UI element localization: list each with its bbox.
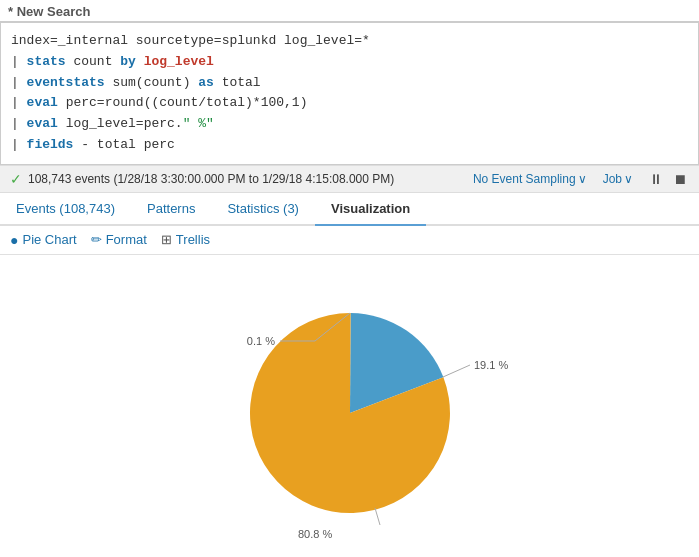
label-01-text: 0.1 %: [246, 335, 274, 347]
tab-statistics[interactable]: Statistics (3): [211, 193, 315, 226]
tab-patterns-label: Patterns: [147, 201, 195, 216]
tab-events-label: Events (108,743): [16, 201, 115, 216]
status-check-icon: ✓: [10, 171, 22, 187]
trellis-button[interactable]: ⊞ Trellis: [161, 232, 210, 247]
sampling-label: No Event Sampling: [473, 172, 576, 186]
tab-statistics-label: Statistics (3): [227, 201, 299, 216]
tab-events[interactable]: Events (108,743): [0, 193, 131, 226]
pie-svg-container: 0.1 % 19.1 % 80.8 %: [160, 283, 540, 546]
pie-chart-icon: ●: [10, 232, 18, 248]
search-line-3: | eventstats sum(count) as total: [11, 73, 688, 94]
job-chevron-icon: ∨: [624, 172, 633, 186]
top-bar: * New Search: [0, 0, 699, 22]
search-line-1: index=_internal sourcetype=splunkd log_l…: [11, 31, 688, 52]
status-events-text: 108,743 events (1/28/18 3:30:00.000 PM t…: [28, 172, 394, 186]
label-line-808: [375, 508, 380, 525]
tab-visualization[interactable]: Visualization: [315, 193, 426, 226]
search-line-4: | eval perc=round((count/total)*100,1): [11, 93, 688, 114]
format-label: Format: [106, 232, 147, 247]
stop-button[interactable]: ⏹: [671, 171, 689, 187]
job-label: Job: [603, 172, 622, 186]
label-line-191: [443, 365, 470, 377]
chart-area: 0.1 % 19.1 % 80.8 %: [0, 255, 699, 557]
trellis-icon: ⊞: [161, 232, 172, 247]
label-808-text: 80.8 %: [298, 528, 332, 540]
trellis-label: Trellis: [176, 232, 210, 247]
search-editor[interactable]: index=_internal sourcetype=splunkd log_l…: [0, 22, 699, 165]
status-bar: ✓ 108,743 events (1/28/18 3:30:00.000 PM…: [0, 165, 699, 193]
no-event-sampling-button[interactable]: No Event Sampling ∨: [473, 172, 587, 186]
pie-chart-button[interactable]: ● Pie Chart: [10, 232, 77, 248]
label-191-text: 19.1 %: [474, 359, 508, 371]
format-button[interactable]: ✏ Format: [91, 232, 147, 247]
pie-chart-label: Pie Chart: [22, 232, 76, 247]
search-line-2: | stats count by log_level: [11, 52, 688, 73]
job-controls: ⏸ ⏹: [647, 171, 689, 187]
pause-button[interactable]: ⏸: [647, 171, 665, 187]
format-icon: ✏: [91, 232, 102, 247]
search-line-6: | fields - total perc: [11, 135, 688, 156]
visualization-toolbar: ● Pie Chart ✏ Format ⊞ Trellis: [0, 226, 699, 255]
tab-patterns[interactable]: Patterns: [131, 193, 211, 226]
tabs-bar: Events (108,743) Patterns Statistics (3)…: [0, 193, 699, 226]
search-line-5: | eval log_level=perc." %": [11, 114, 688, 135]
sampling-chevron-icon: ∨: [578, 172, 587, 186]
tab-visualization-label: Visualization: [331, 201, 410, 216]
job-button[interactable]: Job ∨: [603, 172, 633, 186]
